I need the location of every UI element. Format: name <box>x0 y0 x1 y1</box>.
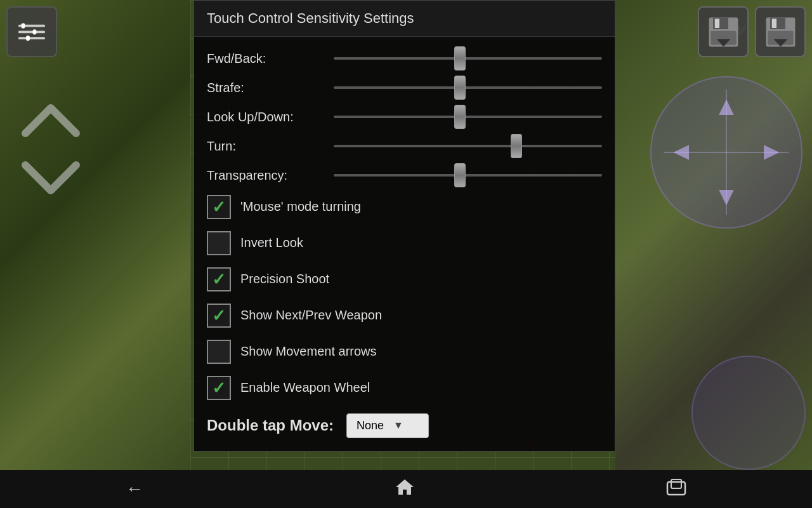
checkmark-weapon-wheel: ✓ <box>212 380 226 396</box>
settings-title: Touch Control Sensitivity Settings <box>194 1 615 37</box>
slider-transparency[interactable]: Transparency: <box>207 163 602 187</box>
crosshair-svg <box>652 76 801 229</box>
slider-strafe[interactable]: Strafe: <box>207 76 602 100</box>
checkbox-show-movement-box[interactable] <box>207 340 231 364</box>
dropdown-value: None <box>357 419 384 432</box>
arrow-down-button[interactable] <box>13 152 89 203</box>
checkbox-show-movement-label: Show Movement arrows <box>240 344 377 359</box>
slider-turn[interactable]: Turn: <box>207 134 602 158</box>
settings-body: Fwd/Back: Strafe: Look Up/Down: <box>194 37 615 451</box>
chevron-up-icon <box>19 98 82 143</box>
svg-rect-5 <box>26 36 30 41</box>
slider-transparency-rail <box>334 174 602 177</box>
checkbox-show-weapon[interactable]: ✓ Show Next/Prev Weapon <box>207 301 602 330</box>
checkbox-weapon-wheel-box[interactable]: ✓ <box>207 376 231 400</box>
checkmark-mouse-mode: ✓ <box>212 199 226 215</box>
slider-look-updown-track[interactable] <box>334 105 602 129</box>
slider-look-updown-thumb[interactable] <box>454 105 466 129</box>
save-slot2-button[interactable] <box>755 6 806 57</box>
checkmark-precision-shoot: ✓ <box>212 271 226 288</box>
home-icon <box>395 477 415 497</box>
slider-transparency-label: Transparency: <box>207 168 334 183</box>
svg-rect-3 <box>22 23 25 29</box>
checkbox-mouse-mode-box[interactable]: ✓ <box>207 195 231 219</box>
svg-rect-24 <box>671 479 681 488</box>
arrow-up-button[interactable] <box>13 95 89 146</box>
home-button[interactable] <box>376 471 434 508</box>
sliders-icon <box>16 22 48 41</box>
double-tap-row: Double tap Move: None ▼ <box>207 410 602 441</box>
chevron-down-icon: ▼ <box>393 420 403 431</box>
svg-rect-8 <box>714 18 719 28</box>
svg-rect-1 <box>18 31 45 34</box>
slider-turn-label: Turn: <box>207 139 334 154</box>
save-slot1-button[interactable] <box>698 6 749 57</box>
slider-fwd-back-label: Fwd/Back: <box>207 51 334 66</box>
dpad-area[interactable] <box>650 76 802 229</box>
slider-look-updown[interactable]: Look Up/Down: <box>207 105 602 129</box>
chevron-down-icon <box>19 156 82 200</box>
settings-sliders-button[interactable] <box>6 6 57 57</box>
checkbox-show-weapon-label: Show Next/Prev Weapon <box>240 308 382 323</box>
action-circle[interactable] <box>691 356 806 470</box>
slider-transparency-track[interactable] <box>334 163 602 187</box>
recents-icon <box>666 478 686 496</box>
checkbox-mouse-mode[interactable]: ✓ 'Mouse' mode turning <box>207 192 602 221</box>
arrow-controls <box>13 89 89 210</box>
checkbox-precision-shoot[interactable]: ✓ Precision Shoot <box>207 265 602 293</box>
checkbox-invert-look-label: Invert Look <box>240 236 303 250</box>
movement-circle[interactable] <box>650 76 802 229</box>
top-left-controls <box>6 6 57 57</box>
svg-rect-13 <box>771 18 776 28</box>
checkbox-precision-shoot-box[interactable]: ✓ <box>207 267 231 291</box>
slider-fwd-back[interactable]: Fwd/Back: <box>207 46 602 70</box>
slider-turn-track[interactable] <box>334 134 602 158</box>
svg-rect-2 <box>18 37 45 39</box>
terrain-left <box>0 0 190 470</box>
slider-look-updown-rail <box>334 116 602 118</box>
top-right-controls <box>698 6 806 57</box>
settings-panel: Touch Control Sensitivity Settings Fwd/B… <box>193 0 615 451</box>
svg-marker-18 <box>719 99 734 115</box>
checkbox-precision-shoot-label: Precision Shoot <box>240 272 329 286</box>
checkbox-invert-look-box[interactable] <box>207 231 231 255</box>
checkmark-show-weapon: ✓ <box>212 307 226 324</box>
svg-marker-22 <box>396 479 414 495</box>
slider-look-updown-label: Look Up/Down: <box>207 110 334 124</box>
double-tap-dropdown[interactable]: None ▼ <box>346 413 429 438</box>
svg-marker-21 <box>764 145 780 160</box>
navigation-bar: ← <box>0 470 812 508</box>
checkbox-mouse-mode-label: 'Mouse' mode turning <box>240 199 361 214</box>
save1-icon <box>706 15 741 50</box>
recents-button[interactable] <box>647 472 705 507</box>
checkbox-show-weapon-box[interactable]: ✓ <box>207 304 231 328</box>
save2-icon <box>763 15 798 50</box>
svg-marker-19 <box>719 190 734 206</box>
slider-strafe-thumb[interactable] <box>454 76 466 100</box>
svg-rect-4 <box>33 29 37 34</box>
checkbox-invert-look[interactable]: Invert Look <box>207 229 602 257</box>
checkbox-weapon-wheel-label: Enable Weapon Wheel <box>240 380 370 395</box>
svg-marker-20 <box>673 145 689 160</box>
slider-fwd-back-thumb[interactable] <box>454 46 466 70</box>
slider-strafe-track[interactable] <box>334 76 602 100</box>
slider-turn-thumb[interactable] <box>511 134 522 158</box>
slider-strafe-rail <box>334 86 602 89</box>
double-tap-label: Double tap Move: <box>207 417 334 434</box>
slider-strafe-label: Strafe: <box>207 81 334 95</box>
slider-transparency-thumb[interactable] <box>454 163 466 187</box>
checkbox-weapon-wheel[interactable]: ✓ Enable Weapon Wheel <box>207 373 602 402</box>
back-button[interactable]: ← <box>107 472 162 505</box>
checkbox-show-movement[interactable]: Show Movement arrows <box>207 337 602 366</box>
slider-fwd-back-rail <box>334 57 602 60</box>
slider-fwd-back-track[interactable] <box>334 46 602 70</box>
slider-turn-rail <box>334 145 602 147</box>
